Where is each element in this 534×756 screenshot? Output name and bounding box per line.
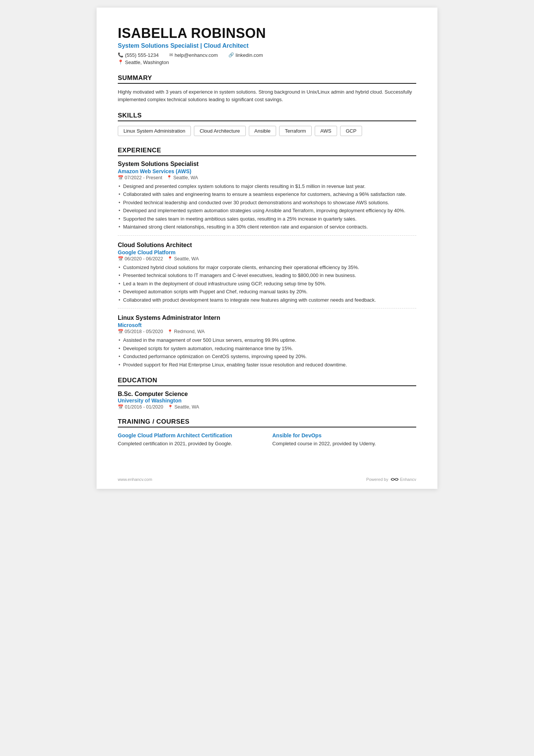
location-icon: 📍 xyxy=(167,256,173,261)
job-dates: 📅 06/2020 - 06/2022 xyxy=(118,256,163,261)
footer-brand: Powered by Enhancv xyxy=(366,477,416,482)
skill-badge: AWS xyxy=(315,126,337,136)
location-icon: 📍 xyxy=(167,329,173,334)
job-meta: 📅 05/2018 - 05/2020 📍 Redmond, WA xyxy=(118,329,416,334)
linkedin-url: linkedin.com xyxy=(236,52,263,58)
skill-badge: GCP xyxy=(340,126,362,136)
location-icon: 📍 xyxy=(168,405,173,409)
training-item-title: Ansible for DevOps xyxy=(272,432,416,439)
bullet-item: Led a team in the deployment of cloud in… xyxy=(118,280,416,288)
calendar-icon: 📅 xyxy=(118,404,123,410)
bullet-item: Developed and implemented system automat… xyxy=(118,207,416,214)
bullet-item: Maintained strong client relationships, … xyxy=(118,223,416,231)
summary-title: SUMMARY xyxy=(118,74,416,84)
skill-badge: Ansible xyxy=(249,126,276,136)
edu-school: University of Washington xyxy=(118,398,416,404)
edu-degree: B.Sc. Computer Science xyxy=(118,391,416,398)
location-icon: 📍 xyxy=(167,175,172,180)
linkedin-contact: 🔗 linkedin.com xyxy=(228,52,263,58)
phone-contact: 📞 (555) 555-1234 xyxy=(118,52,159,58)
skills-row: Linux System AdministrationCloud Archite… xyxy=(118,126,416,138)
bullet-item: Developed scripts for system automation,… xyxy=(118,345,416,352)
footer-website: www.enhancv.com xyxy=(118,477,152,482)
resume-page: ISABELLA ROBINSON System Solutions Speci… xyxy=(97,8,437,489)
bullet-item: Supported the sales team in meeting ambi… xyxy=(118,215,416,223)
company-name: Amazon Web Services (AWS) xyxy=(118,168,416,174)
experience-title: EXPERIENCE xyxy=(118,147,416,156)
skills-section: SKILLS Linux System AdministrationCloud … xyxy=(118,112,416,138)
summary-text: Highly motivated with 3 years of experie… xyxy=(118,88,416,103)
bullet-item: Developed automation scripts with Puppet… xyxy=(118,288,416,296)
training-item-desc: Completed course in 2022, provided by Ud… xyxy=(272,440,416,448)
location-contact: 📍 Seattle, Washington xyxy=(118,59,169,65)
training-item-title: Google Cloud Platform Architect Certific… xyxy=(118,432,262,439)
training-item: Google Cloud Platform Architect Certific… xyxy=(118,432,262,447)
edu-dates: 📅 01/2016 - 01/2020 xyxy=(118,404,163,410)
bullet-list: Assisted in the management of over 500 L… xyxy=(118,337,416,368)
bullet-item: Collaborated with sales and engineering … xyxy=(118,191,416,198)
training-item-desc: Completed certification in 2021, provide… xyxy=(118,440,262,448)
full-name: ISABELLA ROBINSON xyxy=(118,26,416,41)
summary-section: SUMMARY Highly motivated with 3 years of… xyxy=(118,74,416,103)
skill-badge: Cloud Architecture xyxy=(194,126,245,136)
contact-row: 📞 (555) 555-1234 ✉ help@enhancv.com 🔗 li… xyxy=(118,52,416,58)
training-container: Google Cloud Platform Architect Certific… xyxy=(118,432,416,447)
job-title-text: Cloud Solutions Architect xyxy=(118,242,416,249)
company-name: Google Cloud Platform xyxy=(118,249,416,255)
location-icon: 📍 xyxy=(118,59,123,65)
education-title: EDUCATION xyxy=(118,377,416,386)
training-title: TRAINING / COURSES xyxy=(118,418,416,427)
job-entry: System Solutions SpecialistAmazon Web Se… xyxy=(118,161,416,236)
job-dates: 📅 07/2022 - Present xyxy=(118,175,162,180)
edu-meta: 📅 01/2016 - 01/2020 📍 Seattle, WA xyxy=(118,404,416,410)
calendar-icon: 📅 xyxy=(118,175,123,180)
calendar-icon: 📅 xyxy=(118,329,123,334)
edu-entry: B.Sc. Computer ScienceUniversity of Wash… xyxy=(118,391,416,410)
training-section: TRAINING / COURSES Google Cloud Platform… xyxy=(118,418,416,447)
experience-container: System Solutions SpecialistAmazon Web Se… xyxy=(118,161,416,369)
enhancv-logo: Enhancv xyxy=(390,477,416,482)
bullet-item: Presented technical solutions to IT mana… xyxy=(118,272,416,279)
bullet-item: Designed and presented complex system so… xyxy=(118,183,416,190)
job-dates: 📅 05/2018 - 05/2020 xyxy=(118,329,163,334)
brand-name: Enhancv xyxy=(400,477,416,482)
bullet-list: Customized hybrid cloud solutions for ma… xyxy=(118,264,416,304)
job-divider xyxy=(118,235,416,236)
email-contact: ✉ help@enhancv.com xyxy=(169,52,218,58)
job-meta: 📅 07/2022 - Present 📍 Seattle, WA xyxy=(118,175,416,180)
job-title-text: System Solutions Specialist xyxy=(118,161,416,167)
email-icon: ✉ xyxy=(169,52,173,58)
page-footer: www.enhancv.com Powered by Enhancv xyxy=(118,477,416,482)
job-divider xyxy=(118,308,416,308)
job-location: 📍 Seattle, WA xyxy=(167,256,199,261)
job-entry: Cloud Solutions ArchitectGoogle Cloud Pl… xyxy=(118,242,416,309)
location-row: 📍 Seattle, Washington xyxy=(118,59,416,65)
bullet-item: Provided technical leadership and conduc… xyxy=(118,199,416,207)
location-text: Seattle, Washington xyxy=(125,59,169,65)
skill-badge: Terraform xyxy=(279,126,312,136)
powered-by-label: Powered by xyxy=(366,477,388,482)
skill-badge: Linux System Administration xyxy=(118,126,191,136)
experience-section: EXPERIENCE System Solutions SpecialistAm… xyxy=(118,147,416,369)
job-title: System Solutions Specialist | Cloud Arch… xyxy=(118,42,416,49)
link-icon: 🔗 xyxy=(228,52,234,58)
job-title-text: Linux Systems Administrator Intern xyxy=(118,315,416,321)
bullet-item: Collaborated with product development te… xyxy=(118,296,416,304)
bullet-list: Designed and presented complex system so… xyxy=(118,183,416,231)
job-meta: 📅 06/2020 - 06/2022 📍 Seattle, WA xyxy=(118,256,416,261)
header-section: ISABELLA ROBINSON System Solutions Speci… xyxy=(118,26,416,65)
job-entry: Linux Systems Administrator InternMicros… xyxy=(118,315,416,368)
job-location: 📍 Seattle, WA xyxy=(167,175,198,180)
bullet-item: Conducted performance optimization on Ce… xyxy=(118,353,416,360)
bullet-item: Provided support for Red Hat Enterprise … xyxy=(118,361,416,369)
email-address: help@enhancv.com xyxy=(175,52,218,58)
training-item: Ansible for DevOpsCompleted course in 20… xyxy=(272,432,416,447)
edu-location: 📍 Seattle, WA xyxy=(168,404,199,410)
education-container: B.Sc. Computer ScienceUniversity of Wash… xyxy=(118,391,416,410)
company-name: Microsoft xyxy=(118,322,416,328)
education-section: EDUCATION B.Sc. Computer ScienceUniversi… xyxy=(118,377,416,410)
bullet-item: Customized hybrid cloud solutions for ma… xyxy=(118,264,416,271)
phone-icon: 📞 xyxy=(118,52,123,58)
bullet-item: Assisted in the management of over 500 L… xyxy=(118,337,416,344)
enhancv-icon xyxy=(390,477,399,482)
